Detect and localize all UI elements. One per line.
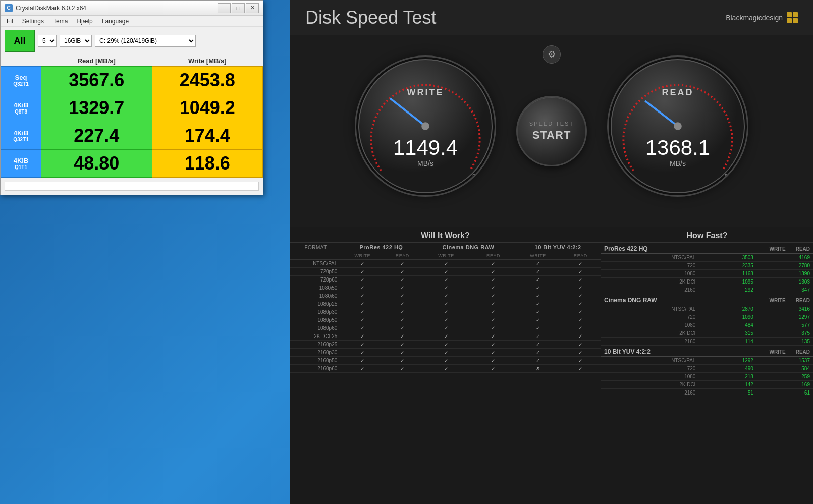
write-gauge-svg: 0 5G [356, 57, 495, 195]
menu-hjaelp[interactable]: Hjælp [73, 17, 96, 26]
cdm-menubar: Fil Settings Tema Hjælp Language [1, 16, 263, 27]
wiw-check-10-5: ✓ [561, 341, 601, 349]
prores-read-header: READ [384, 252, 421, 260]
hf-write-val-2-0: 1292 [698, 357, 757, 365]
cdm-read-value-1: 1329.7 [41, 94, 152, 122]
wiw-format-6: 1080p30 [290, 308, 341, 316]
read-gauge-svg: 0 5G [609, 57, 747, 195]
wiw-check-13-4: ✗ [515, 365, 560, 373]
wiw-check-13-0: ✓ [341, 365, 384, 373]
cdng-group-header: Cinema DNG RAW [421, 243, 516, 252]
hf-write-val-2-4: 51 [698, 389, 757, 397]
cdm-write-value-2: 174.4 [152, 122, 263, 150]
bm-header: Disk Speed Test Blackmagicdesign [290, 0, 813, 35]
svg-line-0 [391, 99, 426, 126]
test-count-select[interactable]: 5 [38, 35, 57, 47]
wiw-format-8: 1080p60 [290, 324, 341, 332]
speed-test-start-button[interactable]: SPEED TEST START [516, 96, 587, 166]
cdm-write-value-0: 2453.8 [152, 67, 263, 94]
wiw-check-8-3: ✓ [471, 324, 516, 332]
cdm-results-table: Read [MB/s] Write [MB/s] SeqQ32T1 3567.6… [1, 55, 263, 178]
hf-read-val-0-1: 2780 [757, 262, 813, 270]
write-gauge-value: 1149.4 MB/s [356, 137, 495, 167]
wiw-check-9-4: ✓ [515, 332, 560, 341]
yuv-write-header: WRITE [515, 252, 560, 260]
drive-select[interactable]: C: 29% (120/419GiB) [95, 35, 196, 47]
wiw-check-4-0: ✓ [341, 292, 384, 300]
test-size-select[interactable]: 16GiB [60, 35, 92, 47]
wiw-check-13-5: ✓ [561, 365, 601, 373]
wiw-check-7-4: ✓ [515, 316, 560, 324]
hf-section-2: 10 Bit YUV 4:2:2 WRITEREAD NTSC/PAL 1292… [601, 346, 813, 397]
wiw-check-5-0: ✓ [341, 300, 384, 308]
center-controls: ⚙ SPEED TEST START [516, 96, 587, 166]
wiw-check-11-3: ✓ [471, 349, 516, 357]
cdm-title: CrystalDiskMark 6.0.2 x64 [16, 5, 214, 12]
hf-row-label-0-4: 2160 [601, 286, 698, 294]
hf-read-val-1-0: 3416 [757, 305, 813, 313]
wiw-check-2-1: ✓ [384, 276, 421, 284]
hf-row-label-0-3: 2K DCI [601, 278, 698, 286]
cdm-row-label-2: 4KiBQ32T1 [1, 122, 41, 150]
wiw-check-10-2: ✓ [421, 341, 471, 349]
settings-gear-button[interactable]: ⚙ [543, 45, 561, 64]
wiw-check-4-1: ✓ [384, 292, 421, 300]
yuv-group-header: 10 Bit YUV 4:2:2 [515, 243, 601, 252]
hf-row-2-3: 2K DCI 142 169 [601, 381, 813, 389]
menu-language[interactable]: Language [98, 17, 133, 26]
wiw-format-12: 2160p50 [290, 357, 341, 365]
wiw-format-11: 2160p30 [290, 349, 341, 357]
hf-row-2-0: NTSC/PAL 1292 1537 [601, 357, 813, 365]
wiw-check-10-0: ✓ [341, 341, 384, 349]
wiw-check-1-4: ✓ [515, 268, 560, 276]
cdm-read-value-3: 48.80 [41, 150, 152, 178]
hf-row-1-4: 2160 114 135 [601, 338, 813, 346]
read-value-unit: MB/s [609, 159, 747, 167]
wiw-check-3-3: ✓ [471, 284, 516, 292]
wiw-check-8-1: ✓ [384, 324, 421, 332]
wiw-format-3: 1080i50 [290, 284, 341, 292]
hf-write-val-0-4: 292 [698, 286, 757, 294]
hf-row-label-0-1: 720 [601, 262, 698, 270]
hf-write-lbl-1: WRITE [769, 298, 785, 303]
hf-write-lbl-2: WRITE [769, 349, 785, 355]
svg-point-1 [421, 122, 429, 130]
minimize-button[interactable]: — [218, 3, 231, 13]
close-button[interactable]: ✕ [246, 3, 259, 13]
all-button[interactable]: All [5, 30, 35, 52]
menu-settings[interactable]: Settings [18, 17, 48, 26]
cdm-row-label-1: 4KiBQ8T8 [1, 94, 41, 122]
menu-fil[interactable]: Fil [3, 17, 17, 26]
wiw-format-1: 720p50 [290, 268, 341, 276]
hf-row-0-1: 720 2335 2780 [601, 262, 813, 270]
speed-test-line1: SPEED TEST [529, 121, 574, 127]
wiw-check-11-2: ✓ [421, 349, 471, 357]
cdng-write-header: WRITE [421, 252, 471, 260]
how-fast-content: ProRes 422 HQ WRITEREAD NTSC/PAL 3503 41… [601, 243, 813, 397]
svg-text:5G: 5G [725, 173, 732, 179]
hf-row-0-2: 1080 1168 1390 [601, 270, 813, 278]
wiw-check-1-3: ✓ [471, 268, 516, 276]
wiw-check-2-3: ✓ [471, 276, 516, 284]
cdm-row-0: SeqQ32T1 3567.6 2453.8 [1, 67, 263, 94]
cdm-write-value-3: 118.6 [152, 150, 263, 178]
wiw-check-6-2: ✓ [421, 308, 471, 316]
hf-write-lbl-0: WRITE [769, 246, 785, 252]
hf-section-name-1: Cinema DNG RAW [604, 297, 657, 304]
wiw-check-3-2: ✓ [421, 284, 471, 292]
hf-read-val-1-3: 375 [757, 329, 813, 338]
hf-row-0-0: NTSC/PAL 3503 4169 [601, 254, 813, 262]
wiw-row-1: 720p50✓✓✓✓✓✓ [290, 268, 601, 276]
col-read-header: Read [MB/s] [41, 55, 152, 67]
wiw-check-11-5: ✓ [561, 349, 601, 357]
wiw-format-5: 1080p25 [290, 300, 341, 308]
maximize-button[interactable]: □ [232, 3, 245, 13]
hf-read-val-1-2: 577 [757, 321, 813, 329]
wiw-check-3-0: ✓ [341, 284, 384, 292]
wiw-check-8-4: ✓ [515, 324, 560, 332]
write-value-number: 1149.4 [356, 137, 495, 158]
wiw-format-10: 2160p25 [290, 341, 341, 349]
prores-write-header: WRITE [341, 252, 384, 260]
hf-write-val-1-2: 484 [698, 321, 757, 329]
menu-tema[interactable]: Tema [49, 17, 72, 26]
